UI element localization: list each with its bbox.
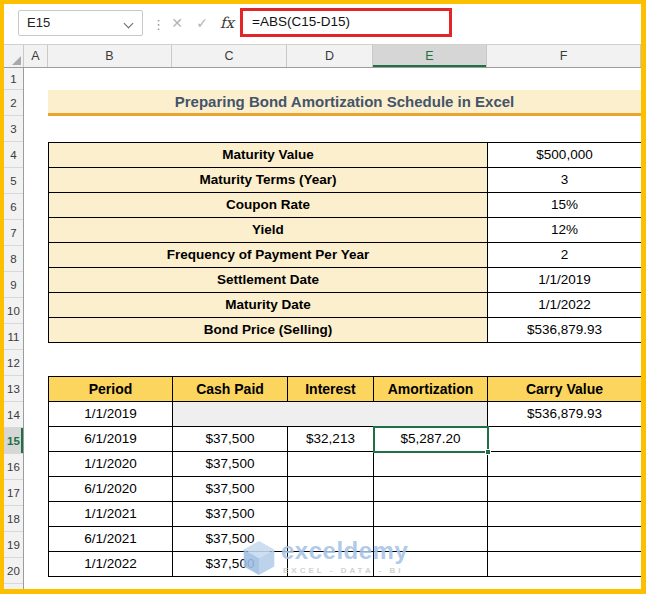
cell-interest[interactable] bbox=[288, 502, 374, 527]
schedule-header-interest[interactable]: Interest bbox=[288, 377, 374, 402]
title-cell[interactable]: Preparing Bond Amortization Schedule in … bbox=[48, 90, 641, 116]
row-header-21[interactable]: 21 bbox=[4, 584, 23, 590]
param-label[interactable]: Bond Price (Selling) bbox=[49, 318, 488, 343]
column-header-a[interactable]: A bbox=[24, 45, 48, 67]
row-header-13[interactable]: 13 bbox=[4, 376, 23, 402]
row-header-20[interactable]: 20 bbox=[4, 558, 23, 584]
cell-amort[interactable] bbox=[374, 502, 488, 527]
schedule-header-amortization[interactable]: Amortization bbox=[374, 377, 488, 402]
selected-cell-e15[interactable]: $5,287.20 bbox=[374, 427, 488, 452]
chevron-down-icon[interactable] bbox=[124, 19, 134, 29]
cell-period[interactable]: 1/1/2021 bbox=[49, 502, 173, 527]
schedule-header-carry-value[interactable]: Carry Value bbox=[488, 377, 642, 402]
formula-bar: E15 ⋮ ✕ ✓ fx =ABS(C15-D15) bbox=[4, 4, 641, 45]
param-value[interactable]: 12% bbox=[488, 218, 642, 243]
cell-cash[interactable]: $37,500 bbox=[173, 502, 288, 527]
table-row: 6/1/2021 $37,500 bbox=[49, 527, 642, 552]
cell-period[interactable]: 6/1/2019 bbox=[49, 427, 173, 452]
cell-amort[interactable] bbox=[374, 552, 488, 577]
cell-interest[interactable] bbox=[288, 552, 374, 577]
cell-carry[interactable] bbox=[488, 527, 642, 552]
param-value[interactable]: $500,000 bbox=[488, 143, 642, 168]
column-header-d[interactable]: D bbox=[287, 45, 373, 67]
table-row: 1/1/2022 $37,500 bbox=[49, 552, 642, 577]
row-header-7[interactable]: 7 bbox=[4, 220, 23, 246]
param-value[interactable]: 15% bbox=[488, 193, 642, 218]
cell-amort[interactable] bbox=[374, 527, 488, 552]
cell-period[interactable]: 1/1/2019 bbox=[49, 402, 173, 427]
row-header-16[interactable]: 16 bbox=[4, 454, 23, 480]
empty-gray-cell[interactable] bbox=[173, 402, 488, 427]
param-label[interactable]: Frequency of Payment Per Year bbox=[49, 243, 488, 268]
cell-cash[interactable]: $37,500 bbox=[173, 527, 288, 552]
formula-input[interactable]: =ABS(C15-D15) bbox=[243, 11, 449, 33]
column-header-b[interactable]: B bbox=[48, 45, 172, 67]
row-header-3[interactable]: 3 bbox=[4, 116, 23, 142]
row-header-11[interactable]: 11 bbox=[4, 324, 23, 350]
param-label[interactable]: Maturity Terms (Year) bbox=[49, 168, 488, 193]
param-label[interactable]: Settlement Date bbox=[49, 268, 488, 293]
column-header-f[interactable]: F bbox=[487, 45, 641, 67]
cell-interest[interactable] bbox=[288, 452, 374, 477]
schedule-header-cash-paid[interactable]: Cash Paid bbox=[173, 377, 288, 402]
table-row: Maturity Date1/1/2022 bbox=[49, 293, 642, 318]
row-header-4[interactable]: 4 bbox=[4, 142, 23, 168]
row-header-18[interactable]: 18 bbox=[4, 506, 23, 532]
row-header-14[interactable]: 14 bbox=[4, 402, 23, 428]
cell-amort[interactable] bbox=[374, 477, 488, 502]
cell-period[interactable]: 6/1/2021 bbox=[49, 527, 173, 552]
column-header-e[interactable]: E bbox=[373, 45, 487, 67]
row-header-8[interactable]: 8 bbox=[4, 246, 23, 272]
row-header-17[interactable]: 17 bbox=[4, 480, 23, 506]
cell-cash[interactable]: $37,500 bbox=[173, 477, 288, 502]
cancel-icon[interactable]: ✕ bbox=[166, 10, 188, 36]
cell-amort: $5,287.20 bbox=[400, 431, 460, 446]
param-label[interactable]: Maturity Value bbox=[49, 143, 488, 168]
cell-cash[interactable]: $37,500 bbox=[173, 552, 288, 577]
param-label[interactable]: Maturity Date bbox=[49, 293, 488, 318]
row-header-19[interactable]: 19 bbox=[4, 532, 23, 558]
row-header-6[interactable]: 6 bbox=[4, 194, 23, 220]
cell-period[interactable]: 1/1/2020 bbox=[49, 452, 173, 477]
row-header-15[interactable]: 15 bbox=[4, 428, 23, 454]
cell-cash[interactable]: $37,500 bbox=[173, 427, 288, 452]
cell-interest[interactable]: $32,213 bbox=[288, 427, 374, 452]
table-row: 1/1/2019 $536,879.93 bbox=[49, 402, 642, 427]
row-header-12[interactable]: 12 bbox=[4, 350, 23, 376]
schedule-header-period[interactable]: Period bbox=[49, 377, 173, 402]
param-value[interactable]: 1/1/2019 bbox=[488, 268, 642, 293]
cell-interest[interactable] bbox=[288, 527, 374, 552]
param-value[interactable]: 1/1/2022 bbox=[488, 293, 642, 318]
row-header-9[interactable]: 9 bbox=[4, 272, 23, 298]
table-row: Maturity Value$500,000 bbox=[49, 143, 642, 168]
cell-interest[interactable] bbox=[288, 477, 374, 502]
row-header-2[interactable]: 2 bbox=[4, 90, 23, 116]
table-row: Bond Price (Selling)$536,879.93 bbox=[49, 318, 642, 343]
cell-carry[interactable] bbox=[488, 452, 642, 477]
param-value[interactable]: $536,879.93 bbox=[488, 318, 642, 343]
cell-cash[interactable]: $37,500 bbox=[173, 452, 288, 477]
param-value[interactable]: 3 bbox=[488, 168, 642, 193]
cell-carry[interactable] bbox=[488, 477, 642, 502]
cell-carry[interactable]: $536,879.93 bbox=[488, 402, 642, 427]
select-all-corner[interactable] bbox=[4, 45, 24, 67]
cell-carry[interactable] bbox=[488, 502, 642, 527]
param-value[interactable]: 2 bbox=[488, 243, 642, 268]
cell-carry[interactable] bbox=[488, 552, 642, 577]
cell-period[interactable]: 1/1/2022 bbox=[49, 552, 173, 577]
row-header-10[interactable]: 10 bbox=[4, 298, 23, 324]
row-header-5[interactable]: 5 bbox=[4, 168, 23, 194]
amortization-schedule-table: Period Cash Paid Interest Amortization C… bbox=[48, 376, 642, 577]
table-row: 6/1/2019 $37,500 $32,213 $5,287.20 bbox=[49, 427, 642, 452]
insert-function-icon[interactable]: fx bbox=[216, 10, 238, 36]
enter-icon[interactable]: ✓ bbox=[191, 10, 213, 36]
cell-carry[interactable] bbox=[488, 427, 642, 452]
param-label[interactable]: Yield bbox=[49, 218, 488, 243]
name-box[interactable]: E15 bbox=[18, 10, 143, 36]
row-header-1[interactable]: 1 bbox=[4, 68, 23, 90]
separator-dots-icon: ⋮ bbox=[152, 13, 165, 37]
cell-period[interactable]: 6/1/2020 bbox=[49, 477, 173, 502]
cell-amort[interactable] bbox=[374, 452, 488, 477]
column-header-c[interactable]: C bbox=[172, 45, 287, 67]
param-label[interactable]: Coupon Rate bbox=[49, 193, 488, 218]
